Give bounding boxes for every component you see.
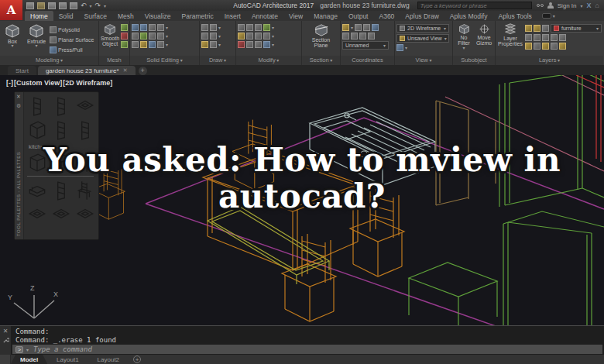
no-filter-button[interactable]: No Filter — [455, 22, 473, 56]
new-drawing-button[interactable]: + — [139, 67, 147, 75]
mesh-smooth-more-icon[interactable] — [121, 41, 128, 48]
ribbon-options-icon[interactable] — [553, 13, 555, 19]
offset-icon[interactable] — [263, 41, 270, 48]
palette-item-sink-top[interactable] — [75, 95, 95, 117]
layer-thaw-icon[interactable] — [534, 25, 541, 32]
mesh-crease-icon[interactable] — [121, 33, 128, 39]
layer-unlock-icon[interactable] — [559, 43, 566, 50]
panel-label-layers[interactable]: Layers — [496, 56, 603, 65]
palette-item-drawer-cabinet[interactable] — [51, 119, 71, 141]
draw-dd1-icon[interactable] — [218, 25, 221, 30]
record-icon[interactable] — [542, 13, 551, 19]
tab-annotate[interactable]: Annotate — [246, 11, 283, 21]
planar-surface-button[interactable]: Planar Surface — [50, 35, 94, 44]
explode-icon[interactable] — [255, 33, 262, 39]
visual-style-dropdown[interactable]: 2D Wireframe — [396, 24, 449, 33]
move-gizmo-button[interactable]: Move Gizmo — [475, 22, 493, 56]
plot-icon[interactable] — [70, 2, 77, 9]
move-icon[interactable] — [238, 24, 245, 31]
tab-manage[interactable]: Manage — [308, 11, 343, 21]
ucs-icon-tool[interactable] — [342, 24, 349, 31]
erase-icon[interactable] — [238, 41, 245, 48]
tab-layout1[interactable]: Layout1 — [47, 355, 88, 364]
viewport-view-control[interactable]: [Custom View] — [14, 79, 62, 87]
ucs-z-icon[interactable] — [359, 33, 366, 39]
modify-dd1-icon[interactable] — [272, 25, 274, 30]
layer-isolate-icon[interactable] — [525, 34, 532, 41]
viewport-menu-control[interactable]: [-] — [6, 79, 13, 87]
undo-icon[interactable]: ↶ — [81, 2, 87, 9]
panel-label-draw[interactable]: Draw — [200, 56, 235, 65]
draw-dd3-icon[interactable] — [218, 42, 221, 47]
fillet-edge-icon[interactable] — [132, 33, 139, 39]
palette-close-icon[interactable]: ✕ — [16, 94, 21, 100]
palette-properties-icon[interactable]: ⚙ — [16, 103, 21, 109]
panel-label-solid-editing[interactable]: Solid Editing — [130, 56, 199, 65]
layer-match-icon[interactable] — [551, 34, 558, 41]
layer-prev-icon[interactable] — [559, 34, 566, 41]
trim-icon[interactable] — [255, 24, 262, 31]
ucs-name-dropdown[interactable]: Unnamed — [342, 41, 389, 50]
layer-lock-icon[interactable] — [542, 25, 549, 32]
named-view-dropdown[interactable]: Unsaved View — [396, 34, 449, 43]
coordinates-dd1-icon[interactable] — [351, 25, 353, 30]
ucs-face-icon[interactable] — [368, 33, 375, 39]
intersect-icon[interactable] — [149, 24, 156, 31]
panel-label-view[interactable]: View — [395, 56, 452, 65]
file-tab-active-document[interactable]: garden house 23 furniture* ✕ — [38, 66, 136, 75]
union-icon[interactable] — [132, 24, 139, 31]
tab-a360[interactable]: A360 — [373, 11, 400, 21]
tab-surface[interactable]: Surface — [79, 11, 112, 21]
taper-face-icon[interactable] — [140, 33, 147, 39]
interfere-icon[interactable] — [149, 41, 156, 48]
line-icon[interactable] — [201, 24, 208, 31]
fillet-icon[interactable] — [246, 33, 253, 39]
tab-mesh[interactable]: Mesh — [112, 11, 139, 21]
tab-visualize[interactable]: Visualize — [139, 11, 177, 21]
layer-merge-icon[interactable] — [542, 43, 549, 50]
tab-layout2[interactable]: Layout2 — [88, 355, 129, 364]
tab-solid[interactable]: Solid — [53, 11, 79, 21]
modify-dd3-icon[interactable] — [272, 42, 274, 47]
ucs-y-icon[interactable] — [351, 33, 358, 39]
mirror-icon[interactable] — [238, 33, 245, 39]
panel-label-coordinates[interactable]: Coordinates — [341, 56, 394, 65]
search-input[interactable] — [417, 2, 532, 9]
press-pull-button[interactable]: Press/Pull — [50, 45, 94, 54]
layer-off-icon[interactable] — [542, 34, 549, 41]
section-plane-button[interactable]: Section Plane — [308, 22, 335, 56]
layer-freeze-icon[interactable] — [534, 34, 541, 41]
subtract-icon[interactable] — [140, 24, 147, 31]
tab-aplus-draw[interactable]: Aplus Draw — [400, 11, 444, 21]
new-file-icon[interactable] — [26, 2, 34, 9]
panel-label-mesh[interactable]: Mesh — [99, 56, 129, 65]
layer-delete-icon[interactable] — [551, 43, 558, 50]
array-icon[interactable] — [255, 41, 262, 48]
command-autocomplete-icon[interactable]: > — [15, 346, 23, 353]
extrude-button[interactable]: Extrude — [25, 22, 48, 56]
file-tab-close-icon[interactable]: ✕ — [123, 67, 128, 74]
polyline-icon[interactable] — [210, 33, 217, 39]
command-customize-wrench-icon[interactable] — [2, 337, 9, 344]
arc-icon[interactable] — [210, 24, 217, 31]
sign-in-button[interactable]: Sign In — [558, 2, 577, 9]
tool-palettes-titlebar[interactable]: ✕ ⚙ TOOL PALETTES - ALL PALETTES — [15, 92, 24, 239]
solid-editing-dd1-icon[interactable] — [166, 25, 168, 30]
tab-insert[interactable]: Insert — [219, 11, 246, 21]
imprint-icon[interactable] — [140, 41, 147, 48]
command-input[interactable] — [32, 345, 599, 354]
save-icon[interactable] — [48, 2, 56, 9]
layer-on-icon[interactable] — [525, 25, 532, 32]
tab-home[interactable]: Home — [25, 11, 53, 21]
qat-customize-icon[interactable] — [104, 3, 106, 9]
tab-parametric[interactable]: Parametric — [177, 11, 219, 21]
command-close-icon[interactable]: ✕ — [3, 328, 9, 335]
tab-aplus-modify[interactable]: Aplus Modify — [444, 11, 493, 21]
save-as-icon[interactable] — [59, 2, 67, 9]
rectangle-icon[interactable] — [201, 41, 208, 48]
check-icon[interactable] — [157, 41, 164, 48]
view-dd-icon[interactable] — [405, 45, 407, 50]
rotate-icon[interactable] — [246, 24, 253, 31]
layer-walk-icon[interactable] — [525, 43, 532, 50]
help-home-icon[interactable]: ⌂ — [595, 2, 599, 9]
